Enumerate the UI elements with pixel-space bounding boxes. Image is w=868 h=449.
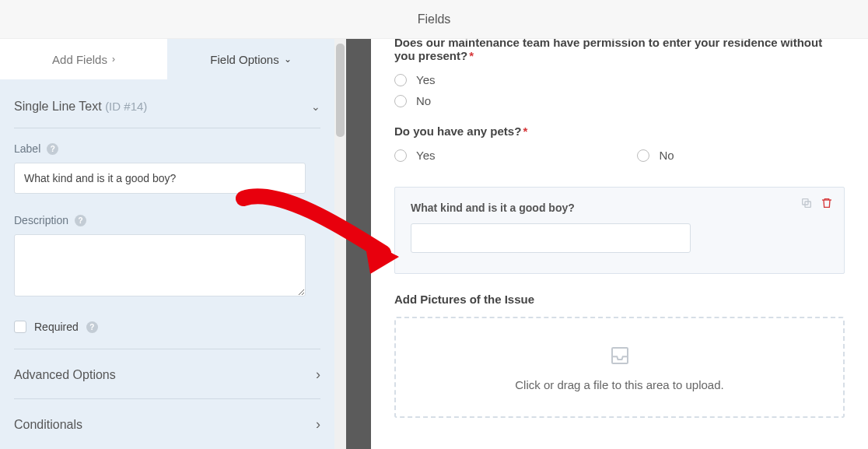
tab-add-fields[interactable]: Add Fields › — [0, 39, 167, 79]
inbox-icon — [606, 344, 634, 367]
chevron-right-icon: › — [316, 367, 320, 383]
selected-field-label: What kind and is it a good boy? — [411, 202, 828, 214]
upload-label: Add Pictures of the Issue — [394, 293, 845, 306]
question-pets: Do you have any pets?* Yes No — [394, 125, 845, 170]
help-icon[interactable]: ? — [75, 215, 86, 226]
upload-hint: Click or drag a file to this area to upl… — [515, 378, 723, 391]
required-asterisk: * — [469, 49, 474, 62]
field-id: (ID #14) — [105, 100, 147, 113]
radio-icon — [394, 149, 407, 162]
help-icon[interactable]: ? — [86, 321, 98, 333]
form-preview: Does our maintenance team have permissio… — [371, 39, 868, 449]
radio-icon — [394, 95, 407, 107]
radio-option-yes[interactable]: Yes — [394, 149, 435, 162]
question-label: Do you have any pets?* — [394, 125, 845, 138]
advanced-options-row[interactable]: Advanced Options › — [14, 349, 320, 398]
chevron-right-icon: › — [112, 54, 115, 65]
description-caption: Description ? — [14, 214, 320, 226]
duplicate-icon[interactable] — [800, 197, 813, 209]
main-layout: Add Fields › Field Options ⌄ Single Line… — [0, 39, 868, 449]
chevron-right-icon: › — [316, 416, 320, 433]
help-icon[interactable]: ? — [47, 143, 58, 155]
tab-label: Field Options — [210, 53, 278, 66]
description-textarea[interactable] — [14, 234, 306, 296]
upload-section: Add Pictures of the Issue Click or drag … — [394, 293, 845, 418]
chevron-down-icon: ⌄ — [311, 100, 320, 113]
tab-field-options[interactable]: Field Options ⌄ — [167, 39, 334, 79]
label-input[interactable] — [14, 163, 306, 194]
scroll-thumb[interactable] — [336, 44, 345, 137]
tab-label: Add Fields — [52, 53, 107, 66]
description-field-row: Description ? — [14, 200, 320, 305]
radio-option-yes[interactable]: Yes — [394, 73, 845, 86]
radio-icon — [637, 149, 649, 162]
field-section-header[interactable]: Single Line Text (ID #14) ⌄ — [14, 79, 320, 128]
chevron-down-icon: ⌄ — [284, 54, 292, 65]
required-checkbox[interactable] — [14, 321, 26, 333]
required-label: Required — [34, 321, 79, 333]
settings-sidebar: Add Fields › Field Options ⌄ Single Line… — [0, 39, 334, 449]
conditionals-row[interactable]: Conditionals › — [14, 399, 320, 437]
question-permission: Does our maintenance team have permissio… — [394, 39, 845, 107]
required-asterisk: * — [523, 125, 527, 138]
selected-field-preview[interactable]: What kind and is it a good boy? — [394, 187, 845, 274]
file-upload-dropzone[interactable]: Click or drag a file to this area to upl… — [394, 317, 845, 418]
field-options-panel: Single Line Text (ID #14) ⌄ Label ? Desc… — [0, 79, 334, 437]
selected-field-input[interactable] — [411, 223, 691, 253]
field-action-bar — [800, 197, 833, 209]
page-title: Fields — [418, 12, 451, 26]
label-field-row: Label ? — [14, 128, 320, 200]
field-type-title: Single Line Text (ID #14) — [14, 100, 147, 114]
dark-gutter — [346, 39, 371, 449]
page-header: Fields — [0, 0, 868, 39]
radio-option-no[interactable]: No — [394, 94, 845, 107]
sidebar-tabs: Add Fields › Field Options ⌄ — [0, 39, 334, 79]
question-label: Does our maintenance team have permissio… — [394, 39, 845, 62]
label-caption: Label ? — [14, 142, 320, 155]
radio-option-no[interactable]: No — [637, 149, 674, 162]
trash-icon[interactable] — [821, 197, 833, 209]
sidebar-scrollbar[interactable] — [334, 39, 346, 449]
radio-icon — [394, 74, 407, 86]
required-row: Required ? — [14, 305, 320, 349]
